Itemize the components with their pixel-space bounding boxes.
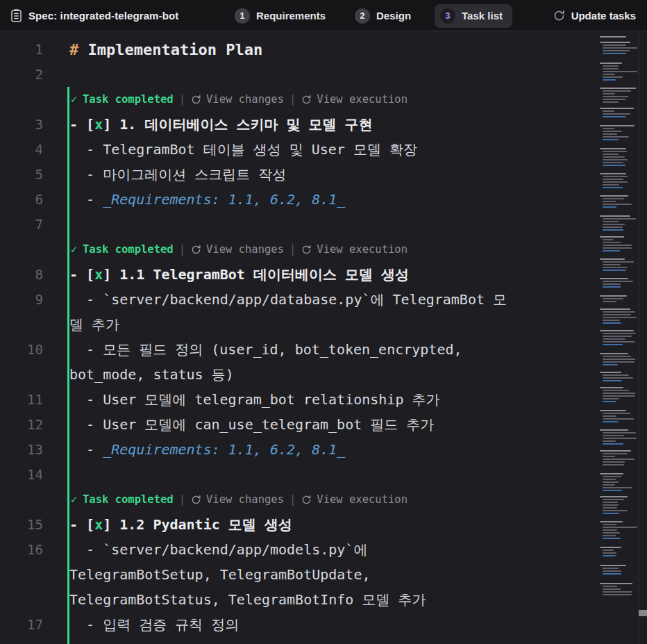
history-icon — [301, 94, 312, 105]
task-block-bar — [67, 637, 69, 644]
minimap-line — [603, 270, 626, 271]
checkbox-checked[interactable]: x — [94, 266, 103, 283]
minimap-line — [603, 264, 621, 265]
check-icon: ✓ — [71, 243, 77, 256]
minimap-line — [600, 108, 634, 109]
minimap-line — [603, 456, 615, 457]
minimap-line — [603, 484, 615, 486]
minimap-line — [603, 201, 616, 202]
minimap-line — [600, 547, 621, 548]
minimap-line — [600, 36, 626, 38]
update-tasks-button[interactable]: Update tasks — [553, 0, 636, 31]
minimap-line — [603, 221, 619, 222]
line-number: 18 — [0, 637, 43, 644]
minimap-line — [600, 429, 628, 431]
view-execution-link[interactable]: View execution — [301, 93, 407, 106]
minimap-line — [603, 187, 623, 188]
checkbox-checked[interactable]: x — [94, 116, 103, 133]
minimap-line — [603, 317, 637, 318]
task-block-bar — [67, 237, 69, 263]
minimap-line — [600, 372, 621, 373]
minimap-line — [603, 131, 622, 132]
minimap-line — [603, 181, 628, 183]
line-number: 14 — [0, 462, 43, 487]
view-changes-link[interactable]: View changes — [191, 93, 284, 106]
minimap-line — [603, 68, 619, 69]
minimap-line — [603, 206, 616, 208]
minimap-line — [603, 432, 636, 434]
minimap-line — [603, 76, 623, 78]
minimap-line — [603, 65, 619, 67]
minimap-line — [603, 283, 621, 285]
minimap-line — [600, 215, 630, 217]
spec-steps: 1 Requirements 2 Design 3 Task list — [229, 0, 512, 31]
editor-row: 6 - _Requirements: 1.1, 6.2, 8.1_ — [0, 187, 647, 212]
line-number: 13 — [0, 437, 43, 462]
minimap-line — [603, 413, 630, 414]
line-number: 2 — [0, 62, 43, 87]
minimap-line — [603, 133, 617, 135]
minimap-line — [600, 148, 626, 149]
tab-design[interactable]: 2 Design — [349, 4, 417, 28]
minimap-line — [603, 390, 629, 391]
markdown-editor[interactable]: 1# Implementation Plan2 ✓ Task completed… — [0, 31, 647, 644]
minimap-line — [603, 93, 615, 94]
task-block-bar — [67, 287, 69, 313]
tab-requirements[interactable]: 1 Requirements — [229, 4, 331, 28]
line-number: 8 — [0, 262, 43, 287]
task-status-header: ✓ Task completed | View changes | View e… — [0, 487, 647, 512]
minimap-line — [600, 278, 628, 279]
task-detail: bot_mode, status 등) — [69, 365, 234, 384]
minimap-line — [600, 236, 624, 238]
minimap-line — [603, 113, 630, 115]
minimap-line — [603, 71, 637, 72]
minimap-line — [603, 464, 624, 465]
editor-row: 4 - TelegramBot 테이블 생성 및 User 모델 확장 — [0, 137, 647, 162]
minimap-line — [603, 242, 621, 243]
minimap-line — [603, 527, 637, 528]
view-execution-link[interactable]: View execution — [301, 493, 407, 506]
history-icon — [191, 495, 201, 505]
task-detail: - User 모델에 telegram_bot relationship 추가 — [69, 390, 439, 409]
minimap-line — [603, 570, 621, 572]
minimap-line — [600, 410, 626, 411]
minimap-line — [603, 356, 631, 357]
view-changes-link[interactable]: View changes — [191, 493, 284, 506]
line-number: 6 — [0, 187, 43, 212]
minimap-line — [603, 128, 614, 129]
task-block-bar — [67, 462, 69, 488]
check-icon: ✓ — [71, 493, 77, 506]
minimap-line — [603, 298, 623, 299]
editor-row: 12 - User 모델에 can_use_telegram_bot 필드 추가 — [0, 412, 647, 437]
checkbox-checked[interactable]: x — [94, 516, 103, 533]
page-title: Implementation Plan — [88, 41, 263, 58]
editor-row: 2 — [0, 62, 647, 87]
tab-task-list[interactable]: 3 Task list — [435, 4, 512, 28]
scrollbar-track[interactable] — [639, 32, 647, 644]
task-block-bar — [67, 212, 69, 238]
minimap-line — [600, 308, 630, 310]
view-execution-link[interactable]: View execution — [301, 243, 407, 256]
minimap-line — [600, 473, 623, 474]
task-completed-label: Task completed — [83, 93, 174, 106]
line-number: 12 — [0, 412, 43, 437]
task-block-bar — [67, 612, 69, 638]
minimap[interactable] — [598, 32, 638, 644]
task-block-bar — [67, 437, 69, 463]
view-changes-link[interactable]: View changes — [191, 243, 284, 256]
task-block-bar — [67, 562, 69, 588]
minimap-line — [603, 218, 636, 220]
task-block-bar — [67, 362, 69, 388]
minimap-line — [603, 538, 621, 539]
history-icon — [301, 495, 312, 505]
minimap-line — [603, 377, 633, 379]
minimap-line — [603, 524, 616, 525]
task-block-bar — [67, 87, 69, 113]
task-block-bar — [67, 412, 69, 438]
task-detail: - 입력 검증 규칙 정의 — [69, 616, 239, 634]
minimap-line — [603, 176, 628, 177]
scrollbar-thumb[interactable] — [639, 610, 647, 616]
minimap-line — [603, 184, 619, 185]
minimap-line — [603, 361, 635, 363]
task-detail: - TelegramBot 테이블 생성 및 User 모델 확장 — [69, 140, 417, 159]
